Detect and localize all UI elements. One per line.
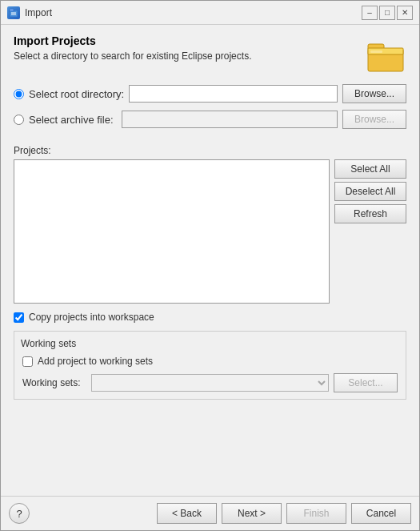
copy-workspace-checkbox[interactable]	[14, 312, 24, 323]
svg-rect-7	[370, 50, 382, 53]
page-description: Select a directory to search for existin…	[14, 50, 366, 62]
root-directory-radio[interactable]	[14, 89, 24, 99]
folder-open-svg	[366, 34, 406, 74]
footer: ? < Back Next > Finish Cancel	[1, 496, 419, 530]
working-sets-input-row: Working sets: Select...	[22, 373, 398, 392]
cancel-button[interactable]: Cancel	[351, 503, 411, 524]
window-icon	[7, 6, 20, 19]
root-directory-label[interactable]: Select root directory:	[29, 88, 124, 100]
back-button[interactable]: < Back	[157, 503, 217, 524]
add-working-sets-checkbox[interactable]	[22, 356, 33, 367]
root-directory-row: Select root directory: Browse...	[14, 84, 406, 103]
title-bar: Import – □ ✕	[1, 1, 419, 25]
minimize-button[interactable]: –	[362, 6, 378, 20]
select-working-set-button[interactable]: Select...	[334, 373, 398, 392]
archive-file-row: Select archive file: Browse...	[14, 110, 406, 129]
finish-button[interactable]: Finish	[286, 503, 346, 524]
add-working-sets-row: Add project to working sets	[22, 356, 398, 367]
close-button[interactable]: ✕	[397, 6, 413, 20]
projects-buttons: Select All Deselect All Refresh	[334, 159, 406, 304]
next-button[interactable]: Next >	[222, 503, 282, 524]
help-button[interactable]: ?	[9, 503, 30, 524]
archive-file-label[interactable]: Select archive file:	[29, 114, 117, 126]
browse-root-button[interactable]: Browse...	[342, 84, 406, 103]
help-icon: ?	[16, 508, 22, 520]
radio-group: Select root directory: Browse... Select …	[14, 84, 406, 135]
title-bar-left: Import	[7, 6, 52, 19]
import-window: Import – □ ✕ Import Projects Select a di…	[0, 0, 420, 531]
working-sets-select[interactable]	[91, 374, 329, 392]
footer-left: ?	[9, 503, 30, 524]
working-sets-field-label: Working sets:	[22, 377, 86, 388]
copy-checkbox-row: Copy projects into workspace	[14, 312, 406, 323]
projects-section: Projects: Select All Deselect All Refres…	[14, 145, 406, 304]
projects-row: Select All Deselect All Refresh	[14, 159, 406, 304]
page-title: Import Projects	[14, 34, 366, 47]
deselect-all-button[interactable]: Deselect All	[334, 182, 406, 201]
header-section: Import Projects Select a directory to se…	[14, 34, 406, 74]
archive-file-radio[interactable]	[14, 115, 24, 125]
select-all-button[interactable]: Select All	[334, 159, 406, 179]
archive-file-input[interactable]	[122, 111, 338, 128]
projects-list[interactable]	[14, 159, 330, 304]
footer-buttons: < Back Next > Finish Cancel	[157, 503, 411, 524]
header-folder-icon	[366, 34, 406, 74]
refresh-button[interactable]: Refresh	[334, 204, 406, 223]
window-title: Import	[25, 7, 52, 18]
projects-label: Projects:	[14, 145, 406, 156]
maximize-button[interactable]: □	[379, 6, 395, 20]
title-bar-controls: – □ ✕	[362, 6, 413, 20]
main-content: Import Projects Select a directory to se…	[1, 25, 419, 496]
working-sets-title: Working sets	[21, 338, 398, 349]
working-sets-group: Working sets Add project to working sets…	[14, 331, 406, 400]
copy-workspace-label[interactable]: Copy projects into workspace	[29, 312, 154, 323]
header-text: Import Projects Select a directory to se…	[14, 34, 366, 62]
root-directory-input[interactable]	[129, 85, 338, 103]
browse-archive-button[interactable]: Browse...	[342, 110, 406, 129]
svg-rect-1	[10, 9, 14, 11]
add-working-sets-label[interactable]: Add project to working sets	[38, 356, 153, 367]
